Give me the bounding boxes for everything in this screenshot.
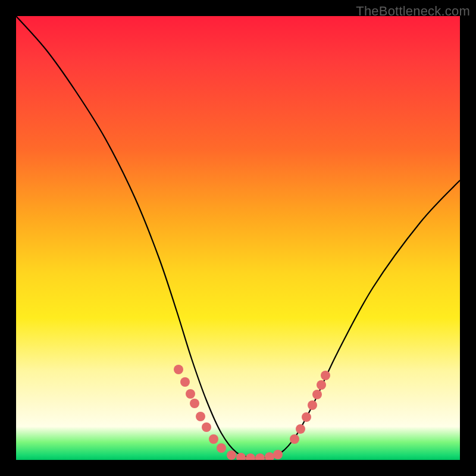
curve-layer bbox=[16, 16, 460, 460]
marker-dot bbox=[312, 390, 322, 399]
bottleneck-curve bbox=[16, 16, 460, 458]
marker-dot bbox=[296, 424, 305, 434]
plot-area bbox=[16, 16, 460, 460]
marker-dot bbox=[190, 399, 199, 408]
marker-dot bbox=[180, 377, 190, 387]
marker-dot bbox=[217, 443, 226, 453]
marker-dot bbox=[302, 412, 311, 422]
marker-dot bbox=[174, 365, 183, 374]
marker-dot bbox=[246, 453, 255, 460]
marker-dot bbox=[186, 389, 195, 399]
marker-dot bbox=[196, 412, 205, 421]
marker-dot bbox=[202, 422, 211, 432]
marker-dot bbox=[290, 434, 299, 444]
chart-stage: TheBottleneck.com bbox=[0, 0, 476, 476]
marker-dot bbox=[265, 452, 274, 460]
marker-dot bbox=[317, 380, 326, 390]
marker-dot bbox=[209, 434, 218, 444]
marker-dot bbox=[321, 371, 330, 380]
marker-dot bbox=[255, 453, 265, 460]
marker-group bbox=[174, 365, 330, 460]
marker-dot bbox=[273, 450, 283, 459]
marker-dot bbox=[227, 450, 236, 460]
marker-dot bbox=[308, 400, 317, 410]
marker-dot bbox=[236, 453, 246, 460]
watermark-text: TheBottleneck.com bbox=[356, 4, 470, 19]
